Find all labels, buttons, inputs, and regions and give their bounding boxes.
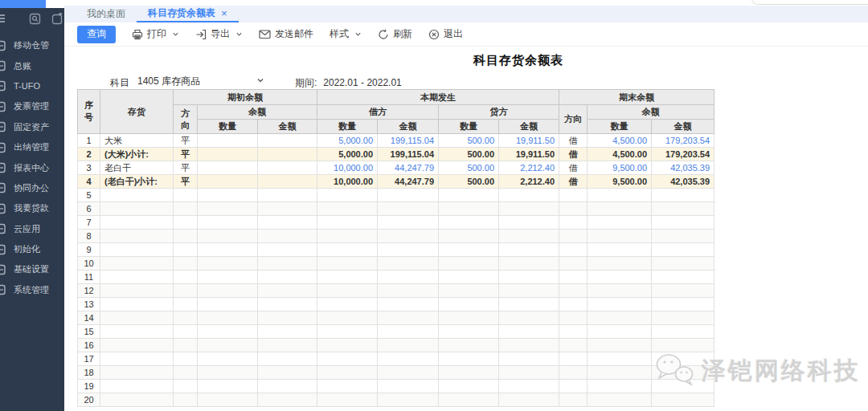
cell[interactable] <box>174 339 198 352</box>
cell[interactable]: 借 <box>559 148 588 161</box>
cell[interactable] <box>499 352 559 366</box>
cell[interactable] <box>100 216 174 230</box>
cell[interactable] <box>378 325 439 339</box>
cell[interactable] <box>174 352 198 366</box>
cell[interactable] <box>317 243 378 257</box>
cell[interactable] <box>378 189 439 202</box>
cell[interactable] <box>559 271 588 284</box>
cell[interactable] <box>198 271 258 284</box>
cell[interactable] <box>258 393 317 407</box>
cell[interactable] <box>499 216 559 230</box>
cell[interactable] <box>378 202 439 216</box>
cell[interactable]: 199,115.04 <box>378 148 439 161</box>
cell[interactable] <box>559 339 588 352</box>
cell[interactable]: 9,500.00 <box>588 161 652 175</box>
cell[interactable]: 17 <box>78 352 100 366</box>
cell[interactable] <box>378 243 439 257</box>
cell[interactable]: 14 <box>78 311 100 325</box>
table-row-empty[interactable]: 8 <box>78 230 714 243</box>
cell[interactable] <box>258 175 317 189</box>
cell[interactable] <box>317 298 378 311</box>
cell[interactable] <box>198 202 258 216</box>
cell[interactable] <box>378 311 439 325</box>
cell[interactable] <box>559 189 588 202</box>
cell[interactable] <box>652 284 714 298</box>
cell[interactable] <box>559 393 588 407</box>
cell[interactable] <box>258 352 317 366</box>
cell[interactable]: 16 <box>78 339 100 352</box>
cell[interactable] <box>100 380 174 393</box>
cell[interactable] <box>588 216 652 230</box>
sidebar-item-cashier-management[interactable]: 出纳管理 <box>0 137 64 157</box>
cell[interactable] <box>100 339 174 352</box>
cell[interactable] <box>198 230 258 243</box>
cell[interactable]: 10 <box>78 257 100 271</box>
cell[interactable] <box>174 380 198 393</box>
table-row-empty[interactable]: 13 <box>78 298 714 311</box>
table-row-empty[interactable]: 7 <box>78 216 714 230</box>
sidebar-item-cloud-apps[interactable]: 云应用 <box>0 219 64 239</box>
cell[interactable] <box>258 380 317 393</box>
cell[interactable] <box>258 134 317 148</box>
cell[interactable]: 4,500.00 <box>588 148 652 161</box>
cell[interactable] <box>317 352 378 366</box>
table-row-empty[interactable]: 17 <box>78 352 714 366</box>
cell[interactable] <box>378 380 439 393</box>
cell[interactable]: 3 <box>78 161 100 175</box>
cell[interactable] <box>559 257 588 271</box>
cell[interactable] <box>174 393 198 407</box>
table-row[interactable]: 4(老白干)小计:平10,000.0044,247.79500.002,212.… <box>78 175 714 189</box>
cell[interactable]: 500.00 <box>439 134 499 148</box>
col-current-period[interactable]: 本期发生 <box>317 90 559 105</box>
cell[interactable] <box>439 189 499 202</box>
cell[interactable]: 179,203.54 <box>652 134 714 148</box>
cell[interactable] <box>317 230 378 243</box>
cell[interactable] <box>439 311 499 325</box>
cell[interactable] <box>198 366 258 380</box>
cell[interactable] <box>100 257 174 271</box>
cell[interactable] <box>588 284 652 298</box>
cell[interactable] <box>588 189 652 202</box>
cell[interactable]: 500.00 <box>439 175 499 189</box>
cell[interactable] <box>258 243 317 257</box>
cell[interactable] <box>588 380 652 393</box>
col-qty[interactable]: 数量 <box>198 120 258 134</box>
sidebar-item-initialization[interactable]: 初始化 <box>0 239 64 259</box>
col-seq[interactable]: 序号 <box>78 90 100 134</box>
exit-button[interactable]: 退出 <box>428 27 463 41</box>
cell[interactable] <box>174 298 198 311</box>
cell[interactable] <box>559 216 588 230</box>
cell[interactable] <box>652 339 714 352</box>
cell[interactable] <box>174 325 198 339</box>
cell[interactable] <box>439 366 499 380</box>
cell[interactable] <box>559 352 588 366</box>
cell[interactable]: 12 <box>78 284 100 298</box>
cell[interactable] <box>317 216 378 230</box>
cell[interactable] <box>317 284 378 298</box>
cell[interactable] <box>258 271 317 284</box>
cell[interactable] <box>378 257 439 271</box>
cell[interactable] <box>317 311 378 325</box>
cell[interactable] <box>588 352 652 366</box>
cell[interactable] <box>652 189 714 202</box>
cell[interactable]: 平 <box>174 134 198 148</box>
cell[interactable]: 1 <box>78 134 100 148</box>
cell[interactable] <box>258 284 317 298</box>
cell[interactable]: 5,000.00 <box>317 148 378 161</box>
cell[interactable] <box>439 339 499 352</box>
cell[interactable] <box>198 298 258 311</box>
cell[interactable] <box>174 284 198 298</box>
cell[interactable] <box>499 325 559 339</box>
cell[interactable] <box>378 352 439 366</box>
cell[interactable]: 11 <box>78 271 100 284</box>
cell[interactable]: 19 <box>78 380 100 393</box>
cell[interactable] <box>559 284 588 298</box>
col-debit[interactable]: 借方 <box>317 105 439 120</box>
cell[interactable] <box>439 271 499 284</box>
cell[interactable]: (大米)小计: <box>100 148 174 161</box>
cell[interactable]: 7 <box>78 216 100 230</box>
table-row-empty[interactable]: 6 <box>78 202 714 216</box>
cell[interactable] <box>439 243 499 257</box>
cell[interactable]: 2,212.40 <box>499 161 559 175</box>
cell[interactable]: 15 <box>78 325 100 339</box>
